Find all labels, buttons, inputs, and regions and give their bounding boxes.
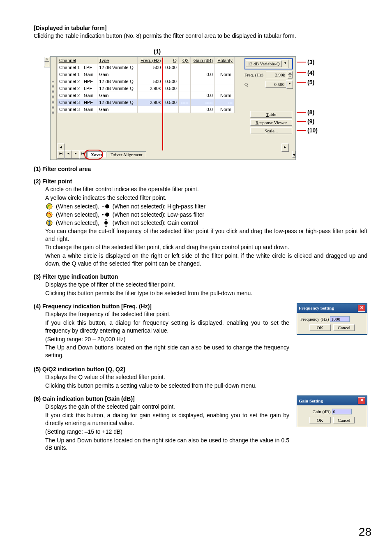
callout-4: (4) [307, 69, 314, 76]
s5-p1: Displays the Q value of the selected fil… [45, 373, 367, 381]
scale-button[interactable]: Scale... [250, 127, 292, 134]
table-row[interactable]: Channel 1 - GainGain---------------0.0No… [58, 71, 235, 78]
cell-pol: --- [214, 78, 234, 85]
cell-q: ----- [163, 106, 179, 113]
table-row[interactable]: Channel 2 - HPF12 dB Variable-Q5000.500-… [58, 78, 235, 85]
cell-freq: 500 [137, 64, 163, 71]
cell-q: 0.500 [163, 85, 179, 92]
window-undock-controls: × – [44, 57, 51, 67]
cell-freq: ----- [137, 92, 163, 99]
table-row[interactable]: Channel 1 - LPF12 dB Variable-Q5000.500-… [58, 64, 235, 71]
callout-1: (1) [154, 48, 161, 55]
gain-dialog-cancel-button[interactable]: Cancel [333, 417, 355, 423]
cell-gain: ----- [190, 64, 214, 71]
gain-dialog-label: Gain (dB) [312, 409, 330, 414]
cell-freq: 2.90k [137, 99, 163, 106]
cell-q2: ----- [178, 99, 190, 106]
table-button[interactable]: Table [250, 111, 292, 118]
filter-type-dropdown-icon[interactable]: ▾ [282, 60, 288, 68]
cell-pol: --- [214, 99, 234, 106]
table-row[interactable]: Channel 2 - LPF12 dB Variable-Q2.90k0.50… [58, 85, 235, 92]
cell-freq: 500 [137, 78, 163, 85]
gain-dialog-title: Gain Setting [299, 398, 323, 403]
callout-3: (3) [307, 59, 314, 65]
gain-dialog-close-icon[interactable]: ✕ [358, 397, 365, 404]
freq-dialog-close-icon[interactable]: ✕ [358, 305, 365, 312]
callout-8: (8) [307, 109, 314, 116]
lpf-unselected-icon [102, 211, 110, 218]
q-dropdown-icon[interactable]: ▾ [286, 80, 293, 89]
col-freq[interactable]: Freq. (Hz) [137, 57, 163, 64]
scroll-right-icon[interactable]: ▸ [281, 143, 289, 152]
tab-first-icon[interactable]: ⏮ [57, 150, 65, 159]
cell-q: 0.500 [163, 78, 179, 85]
minimize-small-button[interactable]: – [44, 62, 49, 66]
tab-scroll-left-icon[interactable]: ◂ [292, 151, 295, 158]
tab-next-icon[interactable]: ▸ [72, 150, 79, 159]
col-q[interactable]: Q [163, 57, 179, 64]
hpf-selected-icon [45, 203, 53, 210]
callout-10: (10) [307, 127, 318, 134]
svg-point-0 [46, 204, 52, 209]
s3-heading: (3) Filter type indication button [34, 273, 367, 280]
col-gain[interactable]: Gain (dB) [190, 57, 214, 64]
section-heading: [Displayed in tabular form] [34, 25, 367, 31]
cell-type: Gain [97, 92, 138, 99]
s2-l1b: (When not selected): High-pass filter [113, 203, 205, 210]
cell-q: ----- [163, 92, 179, 99]
gain-dialog-ok-button[interactable]: OK [309, 417, 331, 423]
cell-q: 0.500 [163, 64, 179, 71]
frequency-setting-dialog: Frequency Setting✕ Frequency (Hz) OK Can… [297, 303, 367, 335]
s1-heading: (1) Filter control area [34, 166, 367, 172]
q-label: Q [244, 82, 265, 87]
s2-p2: A yellow circle indicates the selected f… [45, 194, 367, 202]
tab-driver-alignment[interactable]: Driver Alignment [107, 151, 146, 157]
cell-q2: ----- [178, 85, 190, 92]
freq-spinner[interactable]: ▴ ▾ [288, 71, 293, 79]
response-viewer-button[interactable]: Response Viewer [250, 119, 292, 126]
s6-p4: The Up and Down buttons located on the r… [45, 437, 289, 452]
filter-table: Channel Type Freq. (Hz) Q Q2 Gain (dB) P… [57, 57, 235, 113]
gain-setting-dialog: Gain Setting✕ Gain (dB) OK Cancel [297, 395, 367, 427]
freq-dialog-input[interactable] [330, 316, 350, 322]
freq-up-icon[interactable]: ▴ [288, 71, 293, 75]
close-small-button[interactable]: × [44, 57, 49, 62]
cell-q: 0.500 [163, 99, 179, 106]
cell-type: Gain [97, 106, 138, 113]
cell-gain: ----- [190, 85, 214, 92]
cell-ch: Channel 3 - Gain [58, 106, 97, 113]
col-polarity[interactable]: Polarity [214, 57, 234, 64]
s2-l1a: (When selected), [56, 203, 99, 210]
s4-p3: (Setting range: 20 – 20,000 Hz) [45, 335, 367, 343]
cell-q2: ----- [178, 71, 190, 78]
lpf-selected-icon [45, 211, 53, 218]
cell-q2: ----- [178, 78, 190, 85]
cell-pol: Norm. [214, 71, 234, 78]
intro-paragraph: Clicking the Table indication button (No… [34, 32, 367, 40]
page-number: 28 [359, 525, 371, 539]
tab-prev-icon[interactable]: ◂ [65, 150, 72, 159]
table-row[interactable]: Channel 3 - HPF12 dB Variable-Q2.90k0.50… [58, 99, 235, 106]
col-q2[interactable]: Q2 [178, 57, 190, 64]
gain-dialog-input[interactable] [332, 409, 352, 414]
hpf-unselected-icon [102, 203, 110, 210]
col-channel[interactable]: Channel [58, 57, 97, 64]
cell-gain: ----- [190, 99, 214, 106]
freq-down-icon[interactable]: ▾ [288, 75, 293, 79]
cell-pol: Norm. [214, 106, 234, 113]
cell-gain: 0.0 [190, 92, 214, 99]
gain-unselected-icon [102, 219, 110, 227]
horizontal-scrollbar[interactable]: ◂ ▸ [57, 143, 289, 150]
table-row[interactable]: Channel 3 - GainGain---------------0.0No… [58, 106, 235, 113]
filter-type-button[interactable]: 12 dB Variable-Q [246, 60, 282, 67]
q-button[interactable]: 0.500 [265, 81, 286, 88]
freq-dialog-cancel-button[interactable]: Cancel [333, 324, 355, 331]
screenshot-figure: (1) × – Channel Type Freq. (Hz) Q Q2 Gai… [50, 56, 367, 160]
freq-dialog-ok-button[interactable]: OK [309, 324, 331, 331]
freq-button[interactable]: 2.90k [266, 72, 287, 78]
cell-type: 12 dB Variable-Q [97, 78, 138, 85]
vertical-grip[interactable] [51, 57, 57, 160]
col-type[interactable]: Type [97, 57, 138, 64]
table-row[interactable]: Channel 2 - GainGain---------------0.0No… [58, 92, 235, 99]
gain-selected-icon [45, 219, 53, 227]
